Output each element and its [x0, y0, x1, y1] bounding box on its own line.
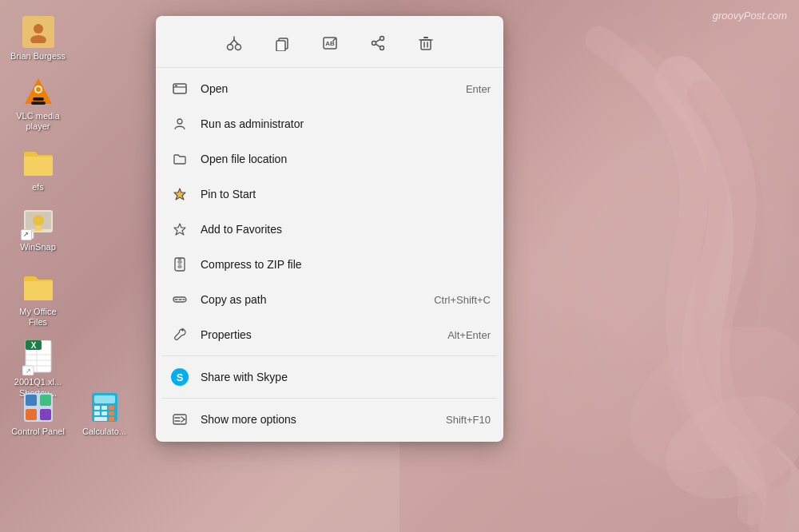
svg-point-9	[36, 87, 41, 92]
path-icon	[169, 288, 191, 311]
run-admin-label: Run as administrator	[201, 117, 491, 130]
svg-rect-28	[26, 409, 37, 420]
office-label: My OfficeFiles	[19, 307, 56, 328]
vlc-svg	[23, 77, 54, 107]
svg-rect-38	[94, 417, 107, 421]
window-icon	[173, 81, 187, 96]
desktop-icon-vlc[interactable]: VLC mediaplayer	[8, 76, 68, 132]
admin-icon	[169, 113, 191, 135]
calculator-icon	[89, 391, 121, 423]
svg-line-49	[333, 38, 336, 41]
excel-svg: X ↗	[22, 340, 54, 375]
more-options-icon	[169, 408, 191, 431]
svg-text:X: X	[30, 341, 36, 350]
menu-separator-2	[162, 398, 497, 399]
winsnap-icon: ⭐ ↗	[22, 207, 54, 239]
desktop-icon-office[interactable]: My OfficeFiles	[8, 272, 68, 328]
shield-person-icon	[173, 117, 187, 131]
calculator-svg	[90, 391, 119, 423]
svg-point-41	[235, 45, 240, 50]
menu-item-copy-path[interactable]: Copy as path Ctrl+Shift+C	[156, 282, 503, 317]
desktop-icon-2001q1[interactable]: X ↗ 2001Q1.xl...Shortcu...	[8, 342, 68, 398]
skype-label: Share with Skype	[201, 371, 491, 383]
folder-open-icon	[169, 148, 191, 170]
star-svg	[173, 222, 187, 236]
svg-rect-32	[94, 406, 100, 410]
open-location-label: Open file location	[201, 153, 491, 165]
shortcut-arrow: ↗	[21, 229, 32, 240]
menu-item-compress-zip[interactable]: Compress to ZIP file	[156, 247, 503, 282]
desktop-icon-brian-burgess[interactable]: Brian Burgess	[8, 16, 68, 62]
efs-label: efs	[32, 182, 44, 193]
svg-point-51	[380, 46, 384, 50]
path-svg	[173, 292, 187, 307]
skype-logo: S	[171, 368, 189, 386]
context-menu: AB	[156, 16, 503, 442]
svg-rect-33	[101, 406, 107, 410]
desktop-icons-col3: Control Panel Calculato...	[8, 391, 134, 437]
person-svg	[27, 21, 50, 43]
menu-item-pin-start[interactable]: Pin to Start	[156, 177, 503, 212]
star-icon	[169, 218, 191, 240]
favorites-label: Add to Favorites	[201, 223, 491, 236]
svg-rect-35	[94, 411, 100, 415]
efs-icon	[22, 147, 54, 179]
svg-rect-6	[33, 97, 44, 101]
svg-point-12	[33, 215, 44, 226]
more-options-label: Show more options	[201, 413, 446, 426]
menu-item-more-options[interactable]: Show more options Shift+F10	[156, 402, 503, 437]
menu-item-skype[interactable]: S Share with Skype	[156, 359, 503, 395]
menu-item-open-location[interactable]: Open file location	[156, 141, 503, 177]
more-options-shortcut: Shift+F10	[446, 414, 491, 426]
svg-rect-36	[101, 411, 107, 415]
desktop-icon-winsnap[interactable]: ⭐ ↗ WinSnap	[8, 207, 68, 252]
svg-rect-34	[109, 406, 114, 410]
calculator-label: Calculato...	[82, 427, 126, 437]
brian-burgess-icon	[22, 16, 54, 48]
svg-rect-37	[109, 411, 114, 415]
svg-point-4	[30, 35, 46, 43]
menu-item-run-as-admin[interactable]: Run as administrator	[156, 106, 503, 141]
rename-button[interactable]: AB	[316, 29, 344, 58]
share-button[interactable]	[364, 29, 392, 58]
svg-rect-46	[276, 41, 285, 51]
folder-svg-efs	[22, 149, 54, 177]
zip-svg	[173, 257, 187, 272]
desktop-icons: Brian Burgess VLC mediaplayer	[8, 16, 68, 252]
copy-path-shortcut: Ctrl+Shift+C	[434, 294, 491, 306]
copy-icon	[274, 35, 290, 51]
more-options-svg	[173, 412, 187, 427]
desktop-icons-col2: My OfficeFiles X ↗ 2001Q1.xl...Shortcu..…	[8, 272, 68, 399]
svg-rect-55	[421, 40, 431, 50]
control-panel-icon	[22, 391, 54, 423]
svg-rect-27	[40, 395, 51, 406]
copy-path-label: Copy as path	[201, 293, 434, 306]
svg-line-54	[376, 44, 380, 47]
svg-point-40	[227, 45, 233, 50]
menu-item-open[interactable]: Open Enter	[156, 71, 503, 106]
context-toolbar: AB	[156, 21, 503, 68]
delete-button[interactable]	[411, 29, 440, 58]
svg-marker-65	[174, 224, 185, 235]
properties-label: Properties	[201, 328, 447, 341]
svg-marker-64	[174, 189, 185, 200]
excel-icon: X ↗	[22, 342, 54, 374]
svg-line-53	[376, 39, 380, 42]
svg-rect-39	[109, 417, 114, 421]
svg-rect-31	[94, 395, 115, 403]
desktop-icon-control-panel[interactable]: Control Panel	[8, 391, 68, 437]
menu-item-properties[interactable]: Properties Alt+Enter	[156, 317, 503, 352]
desktop-icon-efs[interactable]: efs	[8, 147, 68, 193]
wrench-svg	[173, 328, 187, 342]
menu-item-favorites[interactable]: Add to Favorites	[156, 212, 503, 247]
svg-point-50	[380, 37, 384, 41]
zip-icon	[169, 253, 191, 276]
desktop-icon-calculator[interactable]: Calculato...	[74, 391, 134, 437]
svg-rect-26	[26, 395, 37, 406]
scissors-icon	[226, 35, 242, 51]
cut-button[interactable]	[220, 29, 248, 58]
svg-point-63	[177, 119, 182, 124]
copy-button[interactable]	[268, 29, 296, 58]
rename-icon: AB	[322, 35, 338, 51]
svg-point-52	[372, 42, 376, 46]
